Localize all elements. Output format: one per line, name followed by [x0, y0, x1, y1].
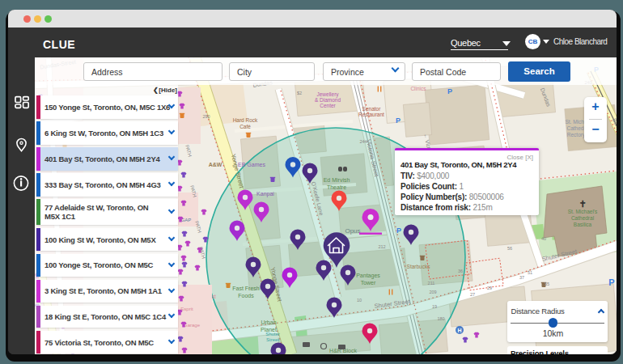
svg-text:40: 40 — [541, 236, 546, 241]
svg-text:Center: Center — [320, 103, 336, 108]
svg-text:29: 29 — [487, 286, 492, 290]
svg-text:P: P — [396, 116, 400, 125]
svg-text:H: H — [457, 328, 461, 333]
svg-text:Rectory: Rectory — [567, 132, 586, 138]
svg-text:51: 51 — [528, 270, 532, 275]
svg-text:Ed Mirvish: Ed Mirvish — [324, 177, 350, 183]
svg-text:P: P — [396, 226, 401, 235]
svg-text:Restaurant: Restaurant — [358, 112, 384, 117]
svg-text:36: 36 — [458, 269, 463, 273]
svg-text:Basilica: Basilica — [574, 222, 592, 227]
svg-text:Senator: Senator — [362, 106, 382, 112]
svg-text:55: 55 — [545, 281, 549, 286]
svg-text:Shuter: Shuter — [265, 332, 280, 336]
svg-text:56: 56 — [507, 246, 512, 251]
svg-text:10: 10 — [357, 298, 362, 303]
svg-text:Opus: Opus — [345, 227, 360, 235]
svg-text:Esprit: Esprit — [180, 307, 193, 311]
svg-text:Kanpai: Kanpai — [256, 191, 274, 197]
svg-text:209: 209 — [429, 290, 436, 294]
svg-text:Fast Fresh: Fast Fresh — [232, 286, 260, 291]
svg-text:212: 212 — [378, 244, 385, 249]
svg-text:Pantages: Pantages — [356, 273, 380, 279]
svg-text:27: 27 — [470, 292, 475, 297]
svg-text:Café: Café — [239, 124, 251, 129]
svg-text:37: 37 — [519, 275, 524, 280]
svg-text:Cathedral: Cathedral — [571, 215, 595, 221]
svg-text:290: 290 — [202, 114, 210, 119]
svg-text:Cathedr: Cathedr — [566, 125, 586, 131]
svg-text:180: 180 — [437, 316, 444, 321]
svg-text:St. Michael's: St. Michael's — [568, 209, 598, 214]
svg-text:$2: $2 — [297, 91, 302, 95]
svg-text:A&W: A&W — [209, 162, 222, 167]
svg-text:Theatre: Theatre — [327, 184, 346, 190]
svg-text:Street: Street — [266, 337, 279, 342]
svg-text:EB Games: EB Games — [238, 162, 265, 167]
svg-text:& Diamond: & Diamond — [315, 97, 341, 103]
svg-text:Starbucks: Starbucks — [407, 264, 431, 269]
svg-text:P: P — [447, 87, 452, 95]
svg-text:P: P — [608, 277, 614, 287]
svg-text:19: 19 — [432, 304, 437, 309]
svg-text:Urban: Urban — [261, 320, 276, 325]
svg-text:Hard Rock: Hard Rock — [233, 117, 258, 123]
svg-text:244: 244 — [359, 139, 367, 144]
svg-text:Tower: Tower — [361, 280, 376, 286]
svg-text:✝: ✝ — [578, 199, 586, 209]
svg-text:211: 211 — [428, 281, 435, 286]
svg-text:Foods: Foods — [238, 293, 254, 298]
svg-text:Clinics: Clinics — [410, 86, 426, 91]
